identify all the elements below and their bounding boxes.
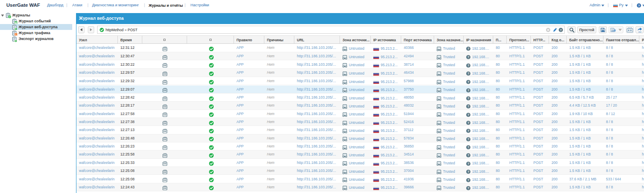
svg-text:?: ? xyxy=(467,162,470,166)
svg-text:?: ? xyxy=(638,4,640,8)
svg-text:?: ? xyxy=(467,137,470,141)
svg-text:?: ? xyxy=(467,55,470,59)
svg-text:?: ? xyxy=(467,88,470,92)
svg-text:?: ? xyxy=(467,186,470,190)
svg-text:?: ? xyxy=(467,145,470,149)
svg-text:?: ? xyxy=(467,170,470,174)
svg-text:?: ? xyxy=(560,28,562,32)
svg-text:?: ? xyxy=(467,47,470,51)
svg-text:?: ? xyxy=(467,72,470,76)
svg-text:?: ? xyxy=(467,113,470,117)
svg-text:?: ? xyxy=(467,121,470,125)
svg-text:?: ? xyxy=(467,129,470,133)
svg-text:?: ? xyxy=(467,105,470,109)
svg-text:?: ? xyxy=(467,64,470,67)
svg-text:10: 10 xyxy=(15,22,17,24)
svg-text:csv: csv xyxy=(638,31,641,32)
svg-text:?: ? xyxy=(467,80,470,84)
svg-text:?: ? xyxy=(467,96,470,100)
svg-text:?: ? xyxy=(467,154,470,158)
svg-text:?: ? xyxy=(467,178,470,182)
